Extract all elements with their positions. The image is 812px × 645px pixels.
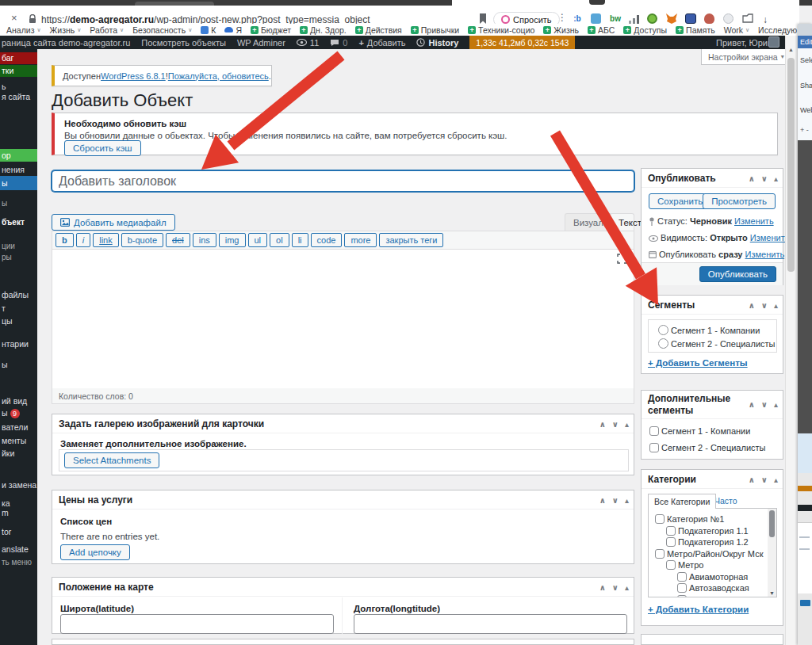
add-segments-link[interactable]: + Добавить Сегменты	[648, 358, 748, 368]
move-up-icon[interactable]: ∧	[749, 174, 755, 183]
background-window-item[interactable]: Sele	[798, 56, 812, 64]
quicktag-ol[interactable]: ol	[270, 233, 289, 247]
sidebar-item-notes[interactable]: тки	[0, 65, 37, 77]
adminbar-views[interactable]: 11	[297, 38, 319, 48]
bookmark-folder[interactable]: Исследую∨	[758, 25, 799, 35]
bookmark-item[interactable]: +Дн. Здор.	[300, 25, 347, 35]
move-up-icon[interactable]: ∧	[599, 420, 606, 429]
tab-all-categories[interactable]: Все Категории	[648, 494, 716, 509]
bookmark-item[interactable]: +Бюджет	[251, 25, 291, 35]
extension-shield-icon[interactable]	[685, 13, 696, 24]
bookmark-item[interactable]: +Жизнь	[543, 25, 579, 35]
move-down-icon[interactable]: ∨	[761, 174, 768, 183]
move-down-icon[interactable]: ∨	[612, 420, 619, 429]
scroll-down-icon[interactable]: ▼	[769, 590, 775, 596]
adminbar-wp-adminer[interactable]: WP Adminer	[237, 38, 285, 48]
checkbox-icon[interactable]	[655, 514, 665, 524]
checkbox-icon[interactable]	[677, 572, 687, 582]
add-media-button[interactable]: Добавить медиафайл	[52, 214, 175, 231]
move-up-icon[interactable]: ∧	[599, 496, 606, 505]
extra-segment-option[interactable]: Сегмент 2 - Специалисты	[649, 443, 765, 452]
segment-option[interactable]: Сегмент 1 - Компании	[658, 325, 776, 335]
collapse-icon[interactable]: ▴	[625, 496, 629, 505]
edit-schedule-link[interactable]: Изменить	[745, 250, 785, 259]
sidebar-item[interactable]: я сайта	[0, 92, 37, 102]
quicktag-blockquote[interactable]: b-quote	[121, 233, 163, 247]
close-icon[interactable]: ×	[11, 12, 17, 24]
select-attachments-button[interactable]: Select Attachments	[64, 452, 159, 468]
longitude-input[interactable]	[354, 614, 627, 634]
bookmark-folder[interactable]: Work∨	[724, 25, 749, 35]
sidebar-subitem-add-object[interactable]: бъект	[0, 217, 37, 227]
fullscreen-icon[interactable]	[617, 254, 627, 264]
sidebar-item-collapse-menu[interactable]: ть меню	[0, 557, 37, 567]
move-up-icon[interactable]: ∧	[749, 301, 755, 310]
reset-cache-button[interactable]: Сбросить кэш	[64, 140, 141, 156]
sidebar-item-settings[interactable]: йки	[0, 448, 37, 459]
bookmark-item[interactable]: +АБС	[588, 25, 615, 35]
screen-options-button[interactable]: Настройки экрана▾	[701, 49, 791, 65]
sidebar-item-aggregator[interactable]: ор	[0, 149, 37, 162]
background-window-item[interactable]: Shar	[798, 82, 812, 90]
move-up-icon[interactable]: ∧	[749, 475, 755, 484]
extension-cube-icon[interactable]	[591, 13, 601, 24]
tab-text[interactable]: Текст	[610, 213, 634, 231]
sidebar-item[interactable]: нения	[0, 165, 37, 175]
move-up-icon[interactable]: ∧	[749, 400, 755, 410]
sidebar-item[interactable]: т	[0, 303, 37, 314]
wordpress-update-link[interactable]: WordPress 6.8.1	[101, 71, 166, 81]
category-item[interactable]: Категория №1	[655, 513, 776, 525]
sidebar-item-users[interactable]: ватели	[0, 422, 37, 433]
kebab-menu-icon[interactable]: ⋮	[557, 12, 567, 23]
edit-status-link[interactable]: Изменить	[734, 216, 774, 226]
category-item[interactable]: Подкатегория 1.1	[655, 525, 776, 537]
avatar[interactable]	[768, 36, 779, 48]
background-window-item[interactable]: + -	[798, 126, 812, 134]
collapse-icon[interactable]: ▴	[625, 420, 629, 429]
sidebar-item-plugins[interactable]: ы9	[0, 408, 37, 418]
bookmark-item[interactable]: +Доступы	[623, 25, 667, 35]
scroll-up-icon[interactable]: ▲	[788, 47, 794, 52]
prices-metabox-header[interactable]: Цены на услуги ∧∨▴	[52, 490, 634, 510]
bookmark-item[interactable]: Я	[224, 25, 242, 35]
lock-icon[interactable]	[29, 14, 36, 24]
bookmark-folder[interactable]: Анализ∨	[6, 25, 41, 35]
sidebar-item-tools[interactable]: менты	[0, 436, 37, 446]
bookmark-item[interactable]: +Действия	[355, 25, 402, 35]
extension-person-icon[interactable]	[704, 13, 714, 24]
checkbox-icon[interactable]	[666, 537, 676, 547]
extra-segments-header[interactable]: Дополнительныесегменты ∧∨▴	[642, 391, 783, 419]
map-metabox-header[interactable]: Положение на карте ∧∨▴	[52, 578, 634, 597]
move-down-icon[interactable]: ∨	[612, 496, 619, 505]
move-up-icon[interactable]: ∧	[599, 583, 606, 592]
adminbar-greeting[interactable]: Привет, Юрий	[716, 38, 772, 48]
quicktag-more[interactable]: more	[344, 233, 377, 247]
extension-bars-icon[interactable]	[629, 15, 639, 24]
sidebar-subitem[interactable]: ы	[0, 198, 37, 208]
collapse-icon[interactable]: ▴	[774, 174, 778, 183]
publish-metabox-header[interactable]: Опубликовать ∧∨▴	[642, 169, 783, 188]
bookmark-item[interactable]: +Привычки	[411, 25, 459, 35]
collapse-icon[interactable]: ▴	[774, 400, 778, 410]
move-down-icon[interactable]: ∨	[761, 475, 768, 484]
segment-option[interactable]: Сегмент 2 - Специалисты	[658, 338, 776, 349]
scrollbar-thumb[interactable]	[787, 58, 795, 272]
query-monitor-stats[interactable]: 1,33с 41,2мб 0,32с 1543	[469, 36, 575, 49]
checkbox-icon[interactable]	[677, 595, 687, 598]
collapse-icon[interactable]: ▴	[774, 475, 778, 484]
background-window-item[interactable]: Web	[798, 106, 812, 114]
scrollbar-thumb[interactable]	[769, 510, 775, 537]
checkbox-icon[interactable]	[649, 443, 659, 452]
post-title-input[interactable]	[52, 170, 634, 192]
sidebar-item-debug[interactable]: баг	[0, 52, 37, 64]
gallery-metabox-header[interactable]: Задать галерею изображений для карточки …	[52, 414, 634, 433]
quicktag-bold[interactable]: b	[56, 233, 74, 247]
add-categories-link[interactable]: + Добавить Категории	[648, 605, 749, 614]
category-item[interactable]: Академическая	[655, 594, 776, 598]
radio-icon[interactable]	[658, 325, 668, 335]
radio-icon[interactable]	[658, 338, 668, 349]
sidebar-item[interactable]: ь	[0, 82, 37, 92]
adminbar-add-new[interactable]: +Добавить	[358, 38, 405, 48]
adminbar-history[interactable]: History	[416, 38, 458, 48]
latitude-input[interactable]	[60, 614, 334, 634]
